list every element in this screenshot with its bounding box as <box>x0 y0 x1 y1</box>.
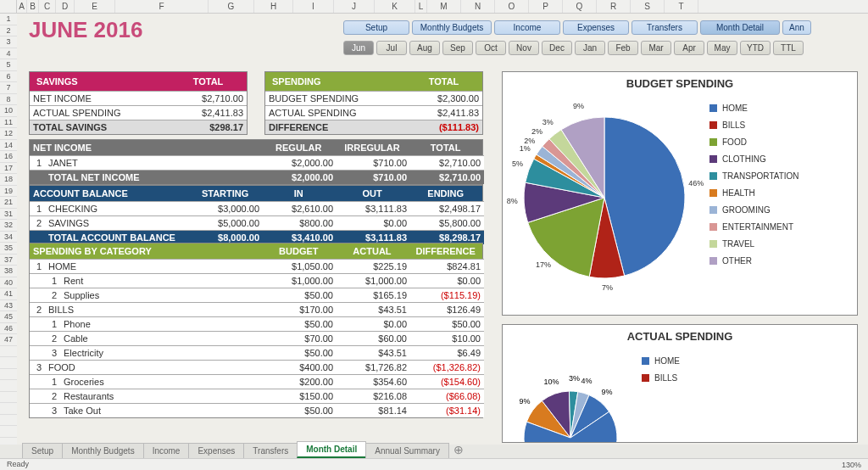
legend-swatch <box>709 223 717 231</box>
legend-swatch <box>642 374 649 382</box>
sheet-tab-expenses[interactable]: Expenses <box>188 443 244 458</box>
month-tab-ytd[interactable]: YTD <box>740 41 771 55</box>
legend-item: HEALTH <box>709 188 799 198</box>
legend-swatch <box>709 189 717 197</box>
savings-table: SAVINGSTOTAL NET INCOME$2,710.00ACTUAL S… <box>29 71 248 135</box>
sheet-tab-bar: SetupMonthly BudgetsIncomeExpensesTransf… <box>22 441 469 458</box>
svg-text:46%: 46% <box>688 179 704 187</box>
total-header: TOTAL <box>409 74 479 89</box>
svg-text:8%: 8% <box>507 197 518 205</box>
spending-table: SPENDINGTOTAL BUDGET SPENDING$2,300.00AC… <box>264 71 483 135</box>
net-income-header: NET INCOME <box>30 140 262 155</box>
month-tab-feb[interactable]: Feb <box>608 41 638 55</box>
legend-item: TRAVEL <box>709 239 799 249</box>
legend-swatch <box>709 138 717 146</box>
legend-swatch <box>709 206 717 214</box>
legend-item: HOME <box>642 356 680 366</box>
nav-tab-monthly-budgets[interactable]: Monthly Budgets <box>412 20 492 35</box>
month-tab-oct[interactable]: Oct <box>476 41 506 55</box>
legend-item: CLOTHING <box>709 154 799 164</box>
month-tab-jul[interactable]: Jul <box>376 41 407 55</box>
legend-swatch <box>709 155 717 163</box>
month-tab-sep[interactable]: Sep <box>442 41 473 55</box>
legend-swatch <box>709 121 717 129</box>
legend-swatch <box>709 257 717 265</box>
svg-text:17%: 17% <box>536 260 551 269</box>
add-sheet-button[interactable]: ⊕ <box>448 441 469 458</box>
legend-item: FOOD <box>709 137 799 147</box>
row-headers[interactable]: 1234567810111214161718192131323435373840… <box>0 14 17 445</box>
legend-swatch <box>709 240 717 248</box>
chart-legend: HOMEBILLS <box>638 344 683 442</box>
nav-tab-setup[interactable]: Setup <box>343 20 409 35</box>
sheet-tab-monthly-budgets[interactable]: Monthly Budgets <box>62 443 144 458</box>
nav-tab-month-detail[interactable]: Month Detail <box>700 20 780 35</box>
svg-text:3%: 3% <box>542 118 554 126</box>
svg-text:10%: 10% <box>544 378 559 386</box>
month-tab-aug[interactable]: Aug <box>409 41 440 55</box>
net-income-table: NET INCOMEREGULARIRREGULARTOTAL 1JANET$2… <box>29 139 483 185</box>
legend-item: OTHER <box>709 256 799 266</box>
total-header: TOTAL <box>173 74 243 89</box>
month-tab-nov[interactable]: Nov <box>509 41 539 55</box>
spending-category-table: SPENDING BY CATEGORYBUDGETACTUALDIFFEREN… <box>29 243 483 418</box>
select-all-corner[interactable] <box>0 0 17 14</box>
month-tab-bar: JunJulAugSepOctNovDecJanFebMarAprMayYTDT… <box>343 41 804 55</box>
legend-item: HOME <box>709 104 799 113</box>
legend-item: TRANSPORTATION <box>709 171 799 181</box>
sheet-tab-setup[interactable]: Setup <box>22 443 63 458</box>
worksheet: JUNE 2016 SetupMonthly BudgetsIncomeExpe… <box>17 14 868 445</box>
month-tab-jan[interactable]: Jan <box>575 41 605 55</box>
nav-tab-ann[interactable]: Ann <box>782 20 811 35</box>
account-balance-table: ACCOUNT BALANCESTARTINGINOUTENDING 1CHEC… <box>29 185 483 245</box>
account-header: ACCOUNT BALANCE <box>30 186 188 201</box>
nav-tab-expenses[interactable]: Expenses <box>563 20 629 35</box>
nav-tab-bar: SetupMonthly BudgetsIncomeExpensesTransf… <box>343 20 811 35</box>
month-tab-mar[interactable]: Mar <box>641 41 671 55</box>
page-title: JUNE 2016 <box>29 17 142 43</box>
legend-item: BILLS <box>642 373 680 383</box>
sheet-tab-income[interactable]: Income <box>143 443 190 458</box>
svg-text:7%: 7% <box>602 283 613 292</box>
spending-header: SPENDING <box>269 74 409 89</box>
legend-item: ENTERTAINMENT <box>709 222 799 232</box>
month-tab-ttl[interactable]: TTL <box>773 41 804 55</box>
legend-swatch <box>642 357 649 365</box>
svg-text:1%: 1% <box>520 144 531 153</box>
sheet-tab-annual-summary[interactable]: Annual Summary <box>365 443 449 458</box>
svg-text:5%: 5% <box>512 159 523 168</box>
pie-chart: 46%7%17%8%5%1%2%2%3%9% <box>503 92 706 295</box>
svg-text:9%: 9% <box>573 102 584 110</box>
savings-header: SAVINGS <box>33 74 173 89</box>
month-tab-apr[interactable]: Apr <box>674 41 704 55</box>
legend-item: GROOMING <box>709 205 799 215</box>
status-bar: Ready 130% <box>0 458 868 470</box>
month-tab-jun[interactable]: Jun <box>343 41 374 55</box>
svg-text:9%: 9% <box>519 397 530 406</box>
legend-item: BILLS <box>709 120 799 130</box>
sheet-tab-month-detail[interactable]: Month Detail <box>297 441 366 458</box>
svg-text:3%: 3% <box>569 374 580 383</box>
status-text: Ready <box>7 460 29 469</box>
legend-swatch <box>709 172 717 180</box>
svg-text:2%: 2% <box>531 127 542 136</box>
column-headers[interactable]: ABCDEFGHIJKLMNOPQRST <box>17 0 868 14</box>
nav-tab-transfers[interactable]: Transfers <box>632 20 698 35</box>
zoom-level[interactable]: 130% <box>842 461 861 469</box>
svg-text:9%: 9% <box>601 388 612 396</box>
pie-chart: 9%10%3%4%9% <box>503 344 638 442</box>
chart-legend: HOMEBILLSFOODCLOTHINGTRANSPORTATIONHEALT… <box>706 92 803 295</box>
month-tab-dec[interactable]: Dec <box>542 41 572 55</box>
nav-tab-income[interactable]: Income <box>494 20 560 35</box>
svg-text:4%: 4% <box>581 377 592 385</box>
legend-swatch <box>709 104 717 112</box>
month-tab-may[interactable]: May <box>707 41 737 55</box>
sheet-tab-transfers[interactable]: Transfers <box>243 443 298 458</box>
svg-text:2%: 2% <box>524 137 535 145</box>
budget-spending-chart[interactable]: BUDGET SPENDING 46%7%17%8%5%1%2%2%3%9% H… <box>502 71 858 316</box>
category-header: SPENDING BY CATEGORY <box>30 243 262 259</box>
actual-spending-chart[interactable]: ACTUAL SPENDING 9%10%3%4%9% HOMEBILLS <box>502 324 858 443</box>
